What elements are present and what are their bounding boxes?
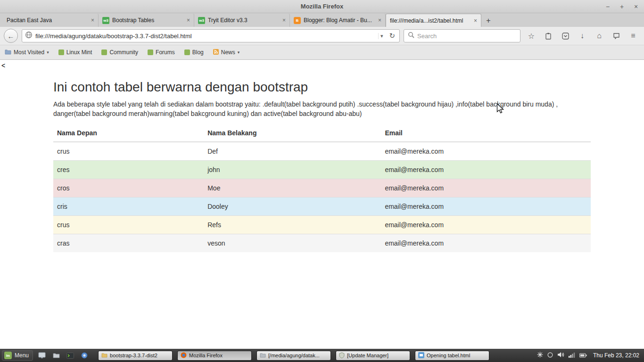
shield-icon [339,352,345,359]
w3schools-icon: w3 [102,17,109,24]
menu-button[interactable]: lm Menu [2,350,33,361]
taskbar-window-label: [Update Manager] [347,353,388,358]
tab-bar: Pacitan East Java × w3 Bootstrap Tables … [0,13,644,27]
table-cell: email@mereka.com [381,197,591,215]
bookmark-label: Most Visited [14,49,44,56]
column-header-email: Email [381,124,591,142]
home-icon[interactable]: ⌂ [592,29,606,42]
url-bar[interactable]: ▾ ↻ [22,29,400,42]
tab-close-icon[interactable]: × [282,17,286,24]
maximize-button[interactable]: + [619,3,625,10]
back-button[interactable]: ← [4,29,18,43]
dialog-icon [418,352,424,359]
table-cell: crus [53,215,204,234]
url-dropdown-icon[interactable]: ▾ [378,33,385,39]
bookmark-star-icon[interactable]: ☆ [524,29,538,42]
folder-icon [5,49,11,56]
bookmark-label: Forums [156,49,175,56]
taskbar-window-bootstrap-dist[interactable]: bootstrap-3.3.7-dist2 [98,351,173,361]
table-cell: Dooley [204,197,381,215]
menu-label: Menu [15,352,29,359]
session-snowflake-icon[interactable] [537,351,543,360]
table-cell: email@mereka.com [381,234,591,252]
tab-close-icon[interactable]: × [91,17,94,24]
battery-icon[interactable] [579,351,587,360]
taskbar-window-update-manager[interactable]: [Update Manager] [336,351,410,361]
tab-tabel-html-active[interactable]: file:///media/a...ist2/tabel.html × [386,14,481,27]
tab-title: file:///media/a...ist2/tabel.html [390,17,471,24]
linux-mint-icon [184,49,190,55]
table-cell: crus [53,142,204,161]
taskbar-clock[interactable]: Thu Feb 23, 22:02 [593,352,639,359]
tab-bootstrap-tables[interactable]: w3 Bootstrap Tables × [99,14,194,27]
page-description: Ada beberapa style tabel yang telah di s… [53,99,591,119]
bookmark-linux-mint[interactable]: Linux Mint [58,49,92,56]
status-circle-icon[interactable] [547,351,553,360]
taskbar-panel: lm Menu bootstrap-3.3.7-dist2 Mozilla Fi… [0,349,644,362]
bookmark-label: Blog [192,49,204,56]
linux-mint-logo-icon: lm [4,352,12,359]
w3schools-icon: w3 [198,17,205,24]
toolbar-icons: ☆ ↓ ⌂ ≡ [524,29,640,42]
terminal-icon[interactable] [65,350,75,361]
taskbar-window-file-browser[interactable]: [/media/agung/datak... [256,351,331,361]
reload-icon[interactable]: ↻ [388,32,396,40]
table-cell: Def [204,142,381,161]
bookmarks-menu-icon[interactable] [541,29,555,42]
table-row: cris Dooley email@mereka.com [53,197,591,215]
close-button[interactable]: × [633,3,639,10]
table-row: cras veson email@mereka.com [53,234,591,252]
system-tray: Thu Feb 23, 22:02 [535,351,642,360]
tab-blogger[interactable]: B Blogger: Blog Amatir - Bu... × [290,14,386,27]
volume-icon[interactable] [557,351,564,360]
table-cell: cris [53,197,204,215]
file-manager-launcher-icon[interactable] [51,350,61,361]
chevron-down-icon: ▾ [238,50,240,55]
folder-icon [101,353,107,359]
window-titlebar: Mozilla Firefox − + × [0,0,644,13]
taskbar-window-label: Mozilla Firefox [189,353,223,358]
firefox-icon [181,352,187,359]
hamburger-menu-icon[interactable]: ≡ [626,29,640,42]
bookmark-blog[interactable]: Blog [184,49,204,56]
tab-title: Bootstrap Tables [112,17,184,24]
bookmark-label: News [221,49,235,56]
taskbar-window-label: [/media/agung/datak... [268,353,320,358]
table-row: crus Refs email@mereka.com [53,215,591,234]
tab-close-icon[interactable]: × [378,17,381,24]
tab-tryit-editor[interactable]: w3 Tryit Editor v3.3 × [194,14,290,27]
search-input[interactable] [417,33,516,40]
chat-icon[interactable] [609,29,623,42]
network-signal-icon[interactable] [569,351,575,360]
bookmark-forums[interactable]: Forums [148,49,175,56]
bookmark-most-visited[interactable]: Most Visited ▾ [5,49,49,56]
page-title: Ini contoh tabel berwarna dengan bootstr… [53,80,591,95]
blogger-icon: B [294,17,301,24]
tab-close-icon[interactable]: × [187,17,190,24]
taskbar-window-list: bootstrap-3.3.7-dist2 Mozilla Firefox [/… [98,351,531,361]
new-tab-button[interactable]: + [481,15,495,27]
bootstrap-table: Nama Depan Nama Belakang Email crus Def … [53,124,591,252]
table-cell: cros [53,179,204,197]
chevron-down-icon: ▾ [47,50,49,55]
table-cell: Moe [204,179,381,197]
pocket-icon[interactable] [558,29,572,42]
bookmark-news[interactable]: News ▾ [213,49,240,56]
tab-pacitan-east-java[interactable]: Pacitan East Java × [3,14,99,27]
show-desktop-icon[interactable] [37,350,47,361]
url-input[interactable] [35,33,375,40]
search-bar[interactable] [404,29,520,42]
taskbar-window-opening-dialog[interactable]: Opening tabel.html [415,351,489,361]
bookmark-label: Community [109,49,138,56]
minimize-button[interactable]: − [604,3,611,10]
taskbar-window-firefox[interactable]: Mozilla Firefox [177,351,252,361]
search-icon [408,32,414,40]
app-launcher-icon[interactable] [79,350,90,361]
downloads-icon[interactable]: ↓ [575,29,589,42]
bootstrap-container: Ini contoh tabel berwarna dengan bootstr… [46,80,598,252]
tab-close-icon[interactable]: × [474,17,477,24]
tab-title: Pacitan East Java [7,17,88,24]
table-cell: email@mereka.com [381,142,591,161]
bookmark-community[interactable]: Community [101,49,138,56]
linux-mint-icon [148,49,153,55]
